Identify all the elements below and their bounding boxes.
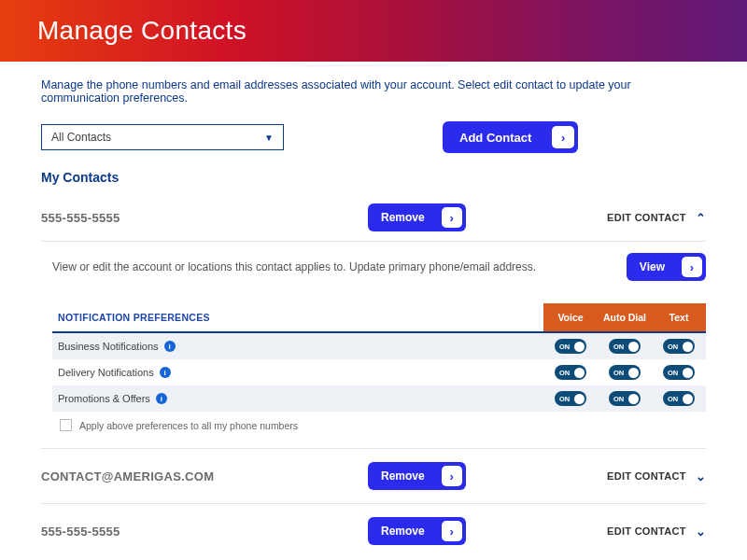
- expanded-description: View or edit the account or locations th…: [52, 260, 536, 273]
- contact-item: 555-555-5555 Remove › EDIT CONTACT ⌄: [41, 503, 706, 558]
- toggle-text[interactable]: [663, 391, 695, 406]
- chevron-right-icon: ›: [442, 207, 462, 228]
- my-contacts-heading: My Contacts: [41, 170, 706, 185]
- remove-button[interactable]: Remove ›: [368, 462, 466, 490]
- chevron-right-icon: ›: [442, 466, 462, 486]
- toggle-autodial[interactable]: [609, 365, 641, 380]
- chevron-up-icon: ⌃: [696, 211, 706, 225]
- add-contact-button[interactable]: Add Contact ›: [443, 121, 578, 153]
- intro-text: Manage the phone numbers and email addre…: [41, 78, 706, 105]
- remove-label: Remove: [381, 469, 425, 483]
- edit-contact-toggle[interactable]: EDIT CONTACT ⌄: [607, 469, 706, 483]
- filter-selected-value: All Contacts: [51, 131, 111, 144]
- page-root: Manage Contacts Manage the phone numbers…: [0, 0, 747, 560]
- page-title: Manage Contacts: [37, 16, 247, 46]
- filter-select[interactable]: All Contacts ▼: [41, 124, 284, 150]
- info-icon[interactable]: i: [156, 393, 167, 404]
- toggle-voice[interactable]: [555, 339, 586, 354]
- add-contact-label: Add Contact: [459, 131, 531, 145]
- contact-expanded-panel: View or edit the account or locations th…: [41, 242, 706, 448]
- remove-button[interactable]: Remove ›: [368, 203, 466, 231]
- chevron-right-icon: ›: [682, 257, 702, 277]
- caret-down-icon: ▼: [264, 133, 274, 143]
- info-icon[interactable]: i: [160, 367, 171, 378]
- toggle-voice[interactable]: [555, 365, 586, 380]
- contact-item: CONTACT@AMERIGAS.COM Remove › EDIT CONTA…: [41, 448, 706, 503]
- edit-contact-toggle[interactable]: EDIT CONTACT ⌃: [607, 211, 706, 225]
- remove-button[interactable]: Remove ›: [368, 517, 466, 545]
- edit-contact-label: EDIT CONTACT: [607, 212, 686, 223]
- contact-identifier: CONTACT@AMERIGAS.COM: [41, 469, 368, 483]
- col-voice: Voice: [543, 303, 598, 333]
- contact-identifier: 555-555-5555: [41, 525, 368, 539]
- toggle-autodial[interactable]: [609, 339, 641, 354]
- edit-contact-toggle[interactable]: EDIT CONTACT ⌄: [607, 525, 706, 539]
- contact-item: 555-555-5555 Remove › EDIT CONTACT ⌃ Vie…: [41, 194, 706, 448]
- chevron-down-icon: ⌄: [696, 525, 706, 539]
- col-text: Text: [652, 303, 706, 333]
- pref-row: Delivery Notifications i: [52, 359, 706, 385]
- edit-contact-label: EDIT CONTACT: [607, 470, 686, 482]
- col-autodial: Auto Dial: [598, 303, 652, 333]
- pref-label: Delivery Notifications: [58, 367, 154, 378]
- toggle-text[interactable]: [663, 339, 695, 354]
- toggle-voice[interactable]: [555, 391, 586, 406]
- edit-contact-label: EDIT CONTACT: [607, 525, 686, 537]
- pref-label: Business Notifications: [58, 341, 159, 352]
- info-icon[interactable]: i: [164, 341, 176, 352]
- chevron-right-icon: ›: [442, 521, 462, 541]
- pref-row: Business Notifications i: [52, 333, 706, 359]
- remove-label: Remove: [381, 211, 425, 224]
- toggle-text[interactable]: [663, 365, 695, 380]
- view-button[interactable]: View ›: [627, 253, 706, 281]
- pref-row: Promotions & Offers i: [52, 385, 706, 412]
- apply-all-label: Apply above preferences to all my phone …: [79, 420, 298, 431]
- remove-label: Remove: [381, 525, 425, 538]
- header-banner: Manage Contacts: [0, 0, 747, 62]
- pref-label: Promotions & Offers: [58, 393, 150, 404]
- view-label: View: [640, 260, 665, 273]
- contact-identifier: 555-555-5555: [41, 211, 368, 225]
- chevron-down-icon: ⌄: [696, 469, 706, 483]
- prefs-heading: NOTIFICATION PREFERENCES: [52, 303, 543, 333]
- apply-all-checkbox[interactable]: [60, 419, 72, 431]
- chevron-right-icon: ›: [552, 126, 574, 148]
- toggle-autodial[interactable]: [609, 391, 641, 406]
- preferences-table: NOTIFICATION PREFERENCES Voice Auto Dial…: [52, 303, 706, 412]
